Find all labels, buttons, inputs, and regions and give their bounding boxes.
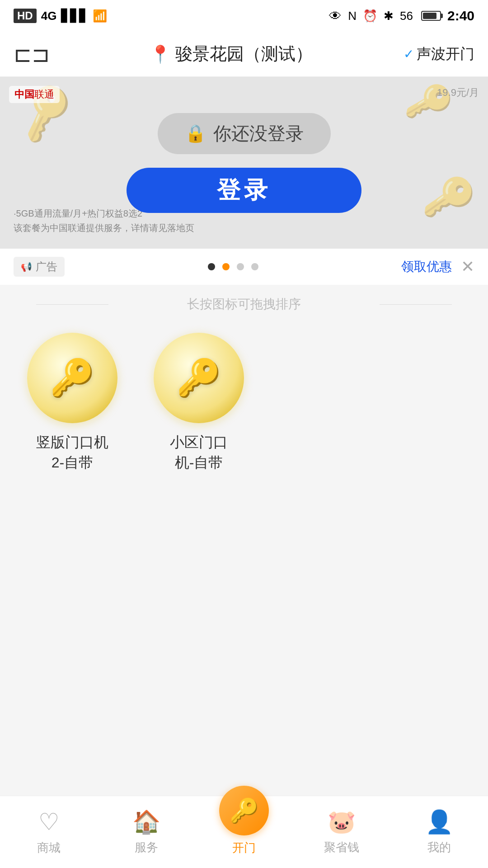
nfc-icon: N [348, 9, 357, 23]
mine-icon: 👤 [425, 809, 453, 835]
bluetooth-icon: ✱ [384, 9, 394, 23]
signal-icon: ▋▋▋ [61, 9, 88, 23]
nav-label-service: 服务 [135, 840, 158, 855]
nav-center-circle: 🔑 [219, 786, 269, 835]
not-logged-text: 你还没登录 [213, 121, 304, 146]
mode-label: 声波开门 [417, 44, 474, 64]
nav-item-service[interactable]: 🏠 服务 [98, 809, 195, 855]
mode-selector[interactable]: ✓ 声波开门 [404, 44, 474, 64]
login-button[interactable]: 登录 [127, 168, 361, 213]
ad-banner[interactable]: 🔑 🔑 🔑 中国联通 19.9元/月 🔒 你还没登录 登录 ·5GB通用流量/月… [0, 77, 488, 249]
hint-text: 长按图标可拖拽排序 [187, 297, 301, 311]
alarm-icon: ⏰ [363, 9, 377, 23]
hd-label: HD [14, 9, 37, 23]
location-pin-icon: 📍 [150, 44, 171, 64]
status-bar: HD 4G ▋▋▋ 📶 👁 N ⏰ ✱ 56 2:40 [0, 0, 488, 32]
open-key-icon: 🔑 [230, 797, 259, 825]
location-name: 骏景花园（测试） [175, 42, 313, 66]
door-key-icon-2: 🔑 [176, 357, 221, 399]
ad-brand-logo: 中国联通 [9, 86, 60, 103]
mode-check-icon: ✓ [404, 47, 414, 61]
bottom-nav: ♡ 商城 🏠 服务 🔑 开门 🐷 聚省钱 👤 我的 [0, 796, 488, 868]
door-key-icon-1: 🔑 [50, 357, 95, 399]
status-left: HD 4G ▋▋▋ 📶 [14, 9, 107, 23]
location-display[interactable]: 📍 骏景花园（测试） [59, 42, 404, 66]
status-time: 2:40 [447, 8, 474, 24]
nav-item-save[interactable]: 🐷 聚省钱 [293, 809, 390, 855]
battery-level: 56 [400, 9, 413, 23]
ad-label-badge: 📢 广告 [14, 257, 65, 277]
save-icon: 🐷 [328, 809, 356, 835]
door-item-1[interactable]: 🔑 竖版门口机 2-自带 [18, 333, 127, 473]
door-item-2[interactable]: 🔑 小区门口 机-自带 [145, 333, 253, 473]
nav-label-open: 开门 [232, 840, 256, 856]
toolbar: ⊏⊐ 📍 骏景花园（测试） ✓ 声波开门 [0, 32, 488, 77]
status-right: 👁 N ⏰ ✱ 56 2:40 [329, 8, 474, 24]
ad-dot-1 [208, 263, 215, 270]
ad-footer: 📢 广告 领取优惠 ✕ [0, 249, 488, 285]
door-icon-circle-1: 🔑 [27, 333, 117, 423]
lock-icon: 🔒 [185, 123, 206, 143]
ad-key-decoration-right-bottom: 🔑 [420, 170, 479, 226]
ad-price-label: 19.9元/月 [437, 86, 479, 99]
shop-icon: ♡ [38, 808, 60, 835]
service-icon: 🏠 [132, 809, 160, 835]
ad-content: 🔒 你还没登录 登录 [127, 113, 361, 213]
door-grid: 🔑 竖版门口机 2-自带 🔑 小区门口 机-自带 [0, 324, 488, 482]
nav-item-mine[interactable]: 👤 我的 [390, 809, 488, 855]
ad-badge-icon: 📢 [21, 261, 32, 272]
door-label-2: 小区门口 机-自带 [170, 432, 228, 473]
ad-dots-indicator [208, 263, 258, 270]
ad-dot-4 [251, 263, 258, 270]
ad-close-button[interactable]: ✕ [461, 257, 474, 276]
menu-icon[interactable]: ⊏⊐ [14, 42, 50, 67]
coupon-button[interactable]: 领取优惠 [401, 258, 452, 275]
door-label-1: 竖版门口机 2-自带 [36, 432, 108, 473]
wifi-icon: 📶 [93, 9, 107, 23]
nav-label-save: 聚省钱 [324, 840, 359, 855]
network-label: 4G [41, 9, 57, 23]
nav-label-shop: 商城 [37, 840, 61, 856]
battery-icon [421, 11, 441, 21]
ad-dot-2 [222, 263, 230, 270]
door-icon-circle-2: 🔑 [154, 333, 244, 423]
nav-item-shop[interactable]: ♡ 商城 [0, 808, 98, 856]
nav-label-mine: 我的 [427, 840, 451, 855]
nav-item-open[interactable]: 🔑 开门 [195, 808, 293, 856]
ad-badge-text: 广告 [36, 259, 57, 274]
ad-dot-3 [237, 263, 244, 270]
hint-bar: 长按图标可拖拽排序 [0, 285, 488, 324]
not-logged-bubble: 🔒 你还没登录 [158, 113, 331, 154]
eye-icon: 👁 [329, 9, 342, 24]
